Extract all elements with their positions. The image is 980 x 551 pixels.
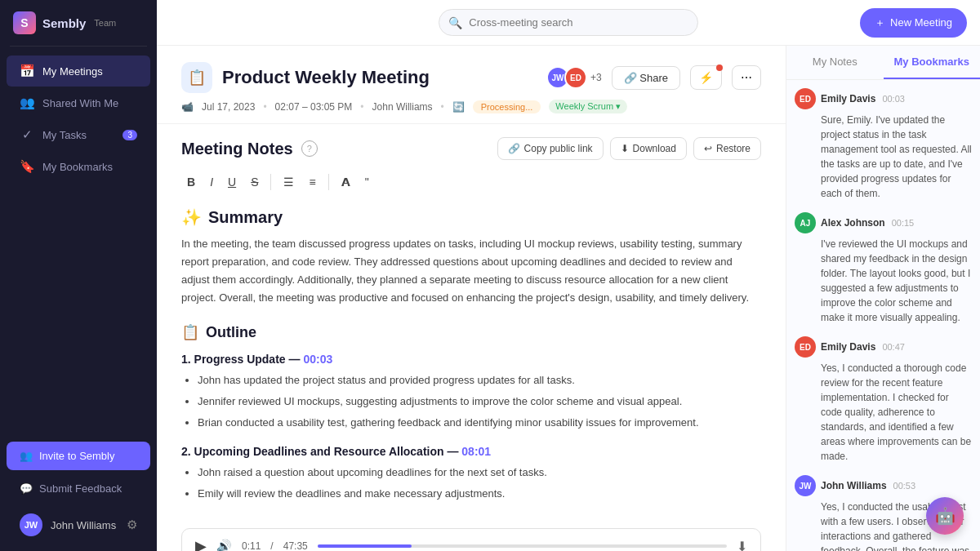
msg-text-2: I've reviewed the UI mockups and shared … xyxy=(795,237,972,325)
volume-button[interactable]: 🔊 xyxy=(216,539,232,551)
message-item-2: AJ Alex Johnson 00:15 I've reviewed the … xyxy=(795,212,972,325)
time-separator: / xyxy=(270,540,273,551)
invite-button[interactable]: 👥 Invite to Sembly xyxy=(7,442,150,470)
msg-header-1: ED Emily Davis 00:03 xyxy=(795,88,972,109)
invite-icon: 👥 xyxy=(20,450,33,462)
italic-button[interactable]: I xyxy=(204,171,219,193)
bold-button[interactable]: B xyxy=(181,171,201,193)
search-bar: 🔍 xyxy=(439,9,697,36)
outline-item-1: 1. Progress Update — 00:03 John has upda… xyxy=(181,353,761,431)
audio-download-button[interactable]: ⬇ xyxy=(737,539,747,551)
meeting-header: 📋 Product Weekly Meeting JW ED +3 🔗 Shar… xyxy=(157,46,786,124)
summary-section: ✨ Summary In the meeting, the team discu… xyxy=(181,207,761,307)
video-icon: 📹 xyxy=(181,101,194,113)
meeting-header-top: 📋 Product Weekly Meeting JW ED +3 🔗 Shar… xyxy=(181,62,761,93)
tab-my-notes[interactable]: My Notes xyxy=(786,46,884,79)
tag-badge[interactable]: Weekly Scrum ▾ xyxy=(549,100,627,113)
message-item-3: ED Emily Davis 00:47 Yes, I conducted a … xyxy=(795,336,972,464)
main-content: 🔍 ＋ New Meeting 📋 Product Weekly Meeting… xyxy=(157,0,980,551)
help-icon[interactable]: ? xyxy=(301,140,318,157)
search-input[interactable] xyxy=(439,9,697,36)
sidebar-item-my-meetings[interactable]: 📅 My Meetings xyxy=(7,56,150,87)
user-name: John Williams xyxy=(51,519,116,531)
msg-avatar-2: AJ xyxy=(795,212,816,233)
meeting-main: 📋 Product Weekly Meeting JW ED +3 🔗 Shar… xyxy=(157,46,786,551)
link-icon: 🔗 xyxy=(508,143,520,154)
new-meeting-label: New Meeting xyxy=(890,16,952,29)
restore-button[interactable]: ↩ Restore xyxy=(693,137,761,160)
font-button[interactable]: 𝗔 xyxy=(336,171,356,193)
audio-player: ▶ 🔊 0:11 / 47:35 ⬇ xyxy=(181,528,761,551)
meeting-host: John Williams xyxy=(372,101,433,113)
tab-my-bookmarks[interactable]: My Bookmarks xyxy=(884,46,981,79)
msg-time-3: 00:47 xyxy=(882,342,905,352)
quote-button[interactable]: " xyxy=(359,171,375,193)
outline-link-1[interactable]: 00:03 xyxy=(303,353,332,366)
underline-button[interactable]: U xyxy=(222,171,242,193)
calendar-icon: 📅 xyxy=(20,64,34,78)
msg-time-1: 00:03 xyxy=(882,94,905,104)
share-button[interactable]: 🔗 Share xyxy=(612,66,680,90)
numbered-list-button[interactable]: ≡ xyxy=(303,171,321,193)
team-label: Team xyxy=(94,18,116,28)
meeting-date: Jul 17, 2023 xyxy=(202,101,255,113)
summary-heading: ✨ Summary xyxy=(181,207,761,227)
play-button[interactable]: ▶ xyxy=(195,537,207,551)
msg-avatar-1: ED xyxy=(795,88,816,109)
list-item: John has updated the project status and … xyxy=(198,372,761,389)
outline-link-2[interactable]: 08:01 xyxy=(461,445,491,458)
lightning-button[interactable]: ⚡ xyxy=(690,65,722,90)
msg-header-4: JW John Williams 00:53 xyxy=(795,475,972,496)
check-icon: ✓ xyxy=(20,127,34,142)
feedback-label: Submit Feedback xyxy=(39,482,122,495)
strikethrough-button[interactable]: S xyxy=(245,171,264,193)
app-logo: S Sembly Team xyxy=(0,0,157,46)
logo-icon: S xyxy=(13,11,36,34)
lightning-dot xyxy=(716,64,723,71)
outline-heading: 📋 Outline xyxy=(181,323,761,341)
new-meeting-button[interactable]: ＋ New Meeting xyxy=(860,8,967,38)
app-name: Sembly xyxy=(42,16,86,30)
outline-item-2: 2. Upcoming Deadlines and Resource Alloc… xyxy=(181,445,761,503)
audio-progress-fill xyxy=(318,544,412,548)
sidebar-item-label: My Meetings xyxy=(42,65,103,78)
msg-name-2: Alex Johnson xyxy=(821,217,885,229)
search-icon: 🔍 xyxy=(448,16,462,29)
sidebar: S Sembly Team 📅 My Meetings 👥 Shared Wit… xyxy=(0,0,157,551)
feedback-button[interactable]: 💬 Submit Feedback xyxy=(7,475,150,502)
msg-text-3: Yes, I conducted a thorough code review … xyxy=(795,361,972,464)
avatar-ed: ED xyxy=(564,66,587,89)
sidebar-item-label: My Bookmarks xyxy=(42,161,113,173)
settings-button[interactable]: ⚙ xyxy=(127,518,137,532)
summary-text: In the meeting, the team discussed progr… xyxy=(181,235,761,307)
list-item: John raised a question about upcoming de… xyxy=(198,464,761,482)
right-panel: My Notes My Bookmarks ED Emily Davis 00:… xyxy=(786,46,980,551)
meeting-meta: 📹 Jul 17, 2023 • 02:07 – 03:05 PM • John… xyxy=(181,100,761,113)
sidebar-bottom: 👥 Invite to Sembly 💬 Submit Feedback JW … xyxy=(0,433,157,551)
list-item: Emily will review the deadlines and make… xyxy=(198,486,761,503)
download-button[interactable]: ⬇ Download xyxy=(610,137,687,160)
audio-progress-bar[interactable] xyxy=(318,544,727,548)
bullet-list-button[interactable]: ☰ xyxy=(278,171,300,193)
copy-link-button[interactable]: 🔗 Copy public link xyxy=(497,137,604,160)
msg-name-4: John Williams xyxy=(821,480,887,491)
users-icon: 👥 xyxy=(20,96,34,110)
meeting-title: Product Weekly Meeting xyxy=(222,67,537,88)
sidebar-item-shared-with-me[interactable]: 👥 Shared With Me xyxy=(7,87,150,118)
list-item: Jennifer reviewed UI mockups, suggesting… xyxy=(198,393,761,411)
floating-avatar-button[interactable]: 🤖 xyxy=(926,497,964,535)
sidebar-item-my-tasks[interactable]: ✓ My Tasks 3 xyxy=(7,119,150,150)
outline-section: 📋 Outline 1. Progress Update — 00:03 Joh… xyxy=(181,323,761,502)
toolbar-sep-2 xyxy=(328,174,329,190)
more-options-button[interactable]: ⋯ xyxy=(732,65,761,90)
tasks-badge: 3 xyxy=(122,130,137,140)
sidebar-item-my-bookmarks[interactable]: 🔖 My Bookmarks xyxy=(7,151,150,182)
sync-icon: 🔄 xyxy=(452,101,465,113)
invite-label: Invite to Sembly xyxy=(39,450,115,462)
msg-time-2: 00:15 xyxy=(892,218,915,228)
current-time: 0:11 xyxy=(242,540,261,551)
toolbar-sep xyxy=(270,174,271,190)
user-row: JW John Williams ⚙ xyxy=(7,507,150,543)
msg-name-1: Emily Davis xyxy=(821,93,875,104)
outline-item-2-title: 2. Upcoming Deadlines and Resource Alloc… xyxy=(181,445,761,458)
